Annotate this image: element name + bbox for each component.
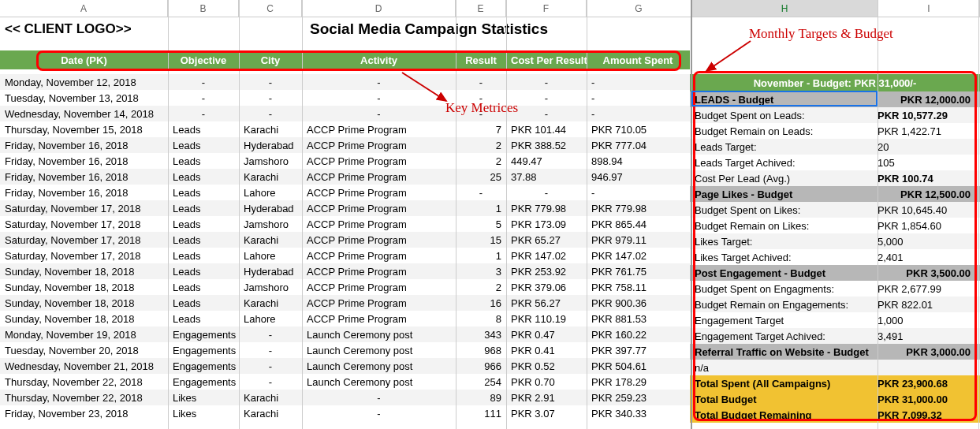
budget-row[interactable]: Budget Remain on Leads:PKR 1,422.71: [690, 123, 980, 139]
cell-result[interactable]: 343: [456, 329, 506, 341]
cell-result[interactable]: 254: [456, 376, 506, 388]
cell-date[interactable]: Friday, November 16, 2018: [0, 171, 168, 183]
cell-objective[interactable]: Leads: [168, 282, 239, 293]
cell-activity[interactable]: ACCP Prime Program: [302, 171, 456, 183]
cell-date[interactable]: Thursday, November 22, 2018: [0, 376, 168, 388]
cell-amount[interactable]: PKR 147.02: [587, 250, 689, 262]
cell-activity[interactable]: Launch Ceremony post: [302, 329, 456, 341]
table-row[interactable]: Friday, November 16, 2018LeadsHyderabadA…: [0, 137, 690, 153]
table-row[interactable]: Friday, November 16, 2018LeadsLahoreACCP…: [0, 185, 690, 200]
cell-city[interactable]: -: [239, 92, 302, 104]
table-row[interactable]: Saturday, November 17, 2018LeadsKarachiA…: [0, 232, 690, 248]
table-row[interactable]: Thursday, November 15, 2018LeadsKarachiA…: [0, 121, 690, 137]
cell-activity[interactable]: -: [302, 76, 456, 88]
cell-date[interactable]: Tuesday, November 20, 2018: [0, 345, 168, 356]
cell-result[interactable]: 16: [456, 297, 506, 309]
cell-activity[interactable]: ACCP Prime Program: [302, 282, 456, 293]
table-row[interactable]: Friday, November 16, 2018LeadsKarachiACC…: [0, 169, 690, 185]
cell-date[interactable]: Thursday, November 15, 2018: [0, 124, 168, 136]
cell-amount[interactable]: PKR 504.61: [587, 360, 689, 372]
budget-row[interactable]: n/a: [690, 360, 980, 375]
cell-amount[interactable]: PKR 900.36: [587, 297, 689, 309]
cell-amount[interactable]: PKR 178.29: [587, 376, 689, 388]
cell-cost[interactable]: PKR 779.98: [506, 203, 587, 214]
cell-cost[interactable]: -: [506, 76, 587, 88]
table-row[interactable]: Sunday, November 18, 2018LeadsJamshoroAC…: [0, 279, 690, 295]
cell-cost[interactable]: PKR 101.44: [506, 124, 587, 136]
cell-result[interactable]: 3: [456, 266, 506, 278]
cell-amount[interactable]: -: [587, 92, 689, 104]
cell-cost[interactable]: PKR 173.09: [506, 218, 587, 230]
budget-row[interactable]: Engagement Target Achived:3,491: [690, 328, 980, 344]
cell-result[interactable]: -: [456, 108, 506, 120]
cell-activity[interactable]: ACCP Prime Program: [302, 297, 456, 309]
cell-city[interactable]: Lahore: [239, 187, 302, 199]
cell-cost[interactable]: 37.88: [506, 171, 587, 183]
cell-objective[interactable]: Leads: [168, 234, 239, 246]
cell-cost[interactable]: PKR 2.91: [506, 392, 587, 404]
table-row[interactable]: Monday, November 12, 2018------: [0, 74, 690, 90]
cell-amount[interactable]: -: [587, 108, 689, 120]
col-head-c[interactable]: C: [239, 0, 302, 17]
cell-city[interactable]: Karachi: [239, 297, 302, 309]
cell-date[interactable]: Monday, November 12, 2018: [0, 76, 168, 88]
cell-objective[interactable]: Leads: [168, 155, 239, 167]
cell-result[interactable]: 2: [456, 140, 506, 151]
cell-date[interactable]: Friday, November 16, 2018: [0, 140, 168, 151]
budget-row[interactable]: Page Likes - BudgetPKR 12,500.00: [690, 186, 980, 202]
table-row[interactable]: Tuesday, November 13, 2018------: [0, 90, 690, 106]
budget-row[interactable]: Post Engagement - BudgetPKR 3,500.00: [690, 265, 980, 281]
cell-activity[interactable]: -: [302, 92, 456, 104]
cell-date[interactable]: Saturday, November 17, 2018: [0, 218, 168, 230]
cell-objective[interactable]: Leads: [168, 203, 239, 214]
cell-result[interactable]: 966: [456, 360, 506, 372]
cell-result[interactable]: 1: [456, 250, 506, 262]
cell-result[interactable]: 111: [456, 408, 506, 420]
cell-date[interactable]: Sunday, November 18, 2018: [0, 282, 168, 293]
cell-city[interactable]: Jamshoro: [239, 155, 302, 167]
cell-city[interactable]: Jamshoro: [239, 218, 302, 230]
budget-row[interactable]: Budget Remain on Likes:PKR 1,854.60: [690, 218, 980, 233]
cell-cost[interactable]: PKR 147.02: [506, 250, 587, 262]
cell-result[interactable]: 5: [456, 218, 506, 230]
cell-cost[interactable]: -: [506, 187, 587, 199]
budget-row[interactable]: LEADS - BudgetPKR 12,000.00: [690, 91, 980, 107]
cell-activity[interactable]: ACCP Prime Program: [302, 266, 456, 278]
cell-cost[interactable]: 449.47: [506, 155, 587, 167]
table-row[interactable]: Thursday, November 22, 2018Engagements-L…: [0, 374, 690, 390]
cell-amount[interactable]: -: [587, 187, 689, 199]
cell-activity[interactable]: ACCP Prime Program: [302, 140, 456, 151]
cell-cost[interactable]: PKR 0.70: [506, 376, 587, 388]
cell-cost[interactable]: PKR 253.92: [506, 266, 587, 278]
cell-objective[interactable]: Leads: [168, 124, 239, 136]
cell-date[interactable]: Saturday, November 17, 2018: [0, 250, 168, 262]
cell-city[interactable]: Hyderabad: [239, 203, 302, 214]
cell-result[interactable]: 25: [456, 171, 506, 183]
cell-activity[interactable]: ACCP Prime Program: [302, 218, 456, 230]
budget-row[interactable]: Likes Target Achived:2,401: [690, 249, 980, 265]
cell-date[interactable]: Thursday, November 22, 2018: [0, 392, 168, 404]
cell-result[interactable]: 1: [456, 203, 506, 214]
cell-activity[interactable]: Launch Ceremony post: [302, 360, 456, 372]
cell-objective[interactable]: Engagements: [168, 329, 239, 341]
cell-objective[interactable]: Leads: [168, 218, 239, 230]
cell-objective[interactable]: Leads: [168, 187, 239, 199]
cell-cost[interactable]: PKR 0.41: [506, 345, 587, 356]
cell-activity[interactable]: -: [302, 108, 456, 120]
cell-activity[interactable]: ACCP Prime Program: [302, 203, 456, 214]
cell-city[interactable]: Jamshoro: [239, 282, 302, 293]
cell-objective[interactable]: -: [168, 108, 239, 120]
cell-city[interactable]: Karachi: [239, 392, 302, 404]
cell-date[interactable]: Saturday, November 17, 2018: [0, 203, 168, 214]
cell-activity[interactable]: ACCP Prime Program: [302, 313, 456, 325]
budget-row[interactable]: Budget Remain on Engagements:PKR 822.01: [690, 297, 980, 312]
cell-date[interactable]: Sunday, November 18, 2018: [0, 313, 168, 325]
budget-row[interactable]: Budget Spent on Leads:PKR 10,577.29: [690, 107, 980, 123]
cell-cost[interactable]: PKR 388.52: [506, 140, 587, 151]
cell-objective[interactable]: -: [168, 92, 239, 104]
cell-city[interactable]: Hyderabad: [239, 266, 302, 278]
cell-amount[interactable]: PKR 397.77: [587, 345, 689, 356]
cell-objective[interactable]: Leads: [168, 171, 239, 183]
cell-date[interactable]: Friday, November 16, 2018: [0, 155, 168, 167]
cell-objective[interactable]: Engagements: [168, 360, 239, 372]
